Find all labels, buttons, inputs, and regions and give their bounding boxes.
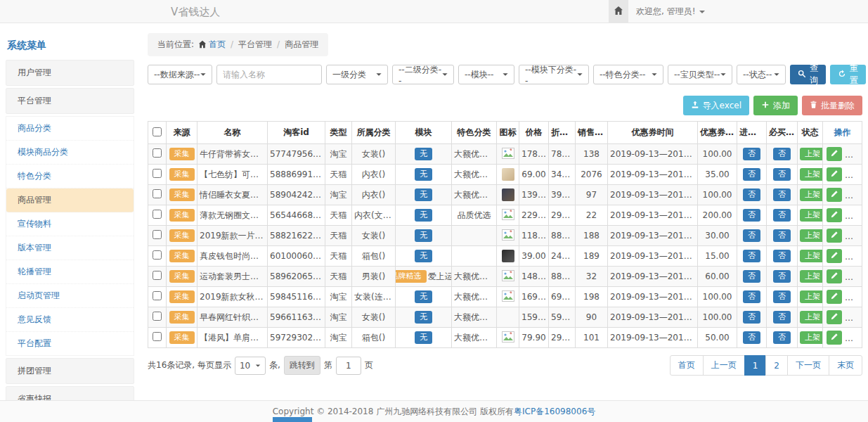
batch-delete-button[interactable]: 批量删除: [802, 96, 862, 115]
imported-toggle[interactable]: 否: [743, 250, 760, 262]
status-badge[interactable]: 上架: [800, 188, 823, 201]
edit-button[interactable]: [827, 249, 842, 263]
sidebar-subitem[interactable]: 平台配置: [6, 332, 134, 355]
breadcrumb-home-link[interactable]: 首页: [209, 39, 226, 49]
must-buy-toggle[interactable]: 否: [773, 209, 791, 222]
name-search-input[interactable]: [216, 65, 322, 84]
must-buy-toggle[interactable]: 否: [773, 229, 791, 242]
add-button[interactable]: 添加: [753, 96, 798, 115]
home-button[interactable]: [609, 0, 628, 23]
imported-toggle[interactable]: 否: [743, 229, 760, 242]
module-badge[interactable]: 无: [415, 168, 432, 181]
must-buy-toggle[interactable]: 否: [773, 311, 791, 324]
pager-button[interactable]: 2: [765, 355, 788, 376]
filter-select[interactable]: --数据来源--: [148, 65, 212, 84]
edit-button[interactable]: [827, 310, 842, 324]
must-buy-toggle[interactable]: 否: [773, 250, 791, 262]
sidebar-subitem[interactable]: 商品分类: [6, 117, 134, 141]
pager-button[interactable]: 下一页: [787, 355, 829, 376]
must-buy-toggle[interactable]: 否: [773, 290, 791, 303]
imported-toggle[interactable]: 否: [743, 290, 760, 303]
sidebar-subitem[interactable]: 意见反馈: [6, 308, 134, 332]
sidebar-subitem[interactable]: 商品管理: [6, 188, 134, 212]
row-checkbox[interactable]: [153, 250, 162, 260]
filter-select[interactable]: --模块--: [458, 65, 514, 84]
must-buy-toggle[interactable]: 否: [773, 270, 791, 283]
imported-toggle[interactable]: 否: [743, 209, 760, 222]
per-page-select[interactable]: 10: [235, 357, 266, 375]
must-buy-toggle[interactable]: 否: [773, 188, 791, 201]
query-button[interactable]: 查询: [790, 65, 826, 84]
row-checkbox[interactable]: [153, 271, 162, 280]
imported-toggle[interactable]: 否: [743, 168, 760, 181]
row-checkbox[interactable]: [153, 189, 162, 198]
module-badge[interactable]: 无: [415, 311, 432, 324]
edit-button[interactable]: [827, 188, 842, 202]
status-badge[interactable]: 上架: [800, 290, 823, 303]
status-badge[interactable]: 上架: [800, 148, 823, 160]
module-badge[interactable]: 无: [415, 148, 432, 160]
must-buy-toggle[interactable]: 否: [773, 168, 791, 181]
filter-select[interactable]: --模块下分类--: [519, 65, 589, 84]
select-all-checkbox[interactable]: [153, 127, 162, 136]
must-buy-toggle[interactable]: 否: [773, 148, 791, 160]
user-menu[interactable]: 欢迎您, 管理员!: [636, 0, 705, 23]
jump-button[interactable]: 跳转到: [284, 356, 320, 375]
reset-button[interactable]: 重置: [830, 65, 866, 84]
sidebar-subitem[interactable]: 模块商品分类: [6, 141, 134, 165]
row-checkbox[interactable]: [153, 332, 162, 341]
icp-link[interactable]: 粤ICP备16098006号: [514, 406, 595, 418]
row-checkbox[interactable]: [153, 230, 162, 239]
row-checkbox[interactable]: [153, 312, 162, 321]
sidebar-item[interactable]: 平台管理: [6, 88, 134, 114]
sidebar-item[interactable]: 拼团管理: [6, 358, 134, 384]
pager-button[interactable]: 首页: [670, 355, 704, 376]
imported-toggle[interactable]: 否: [743, 270, 760, 283]
pager-button[interactable]: 上一页: [703, 355, 745, 376]
row-checkbox[interactable]: [153, 210, 162, 219]
edit-button[interactable]: [827, 229, 842, 243]
edit-button[interactable]: [827, 290, 842, 304]
filter-select[interactable]: --特色分类--: [593, 65, 663, 84]
status-badge[interactable]: 上架: [800, 331, 823, 344]
edit-button[interactable]: [827, 147, 842, 161]
edit-button[interactable]: [827, 208, 842, 222]
module-badge[interactable]: 品牌精选: [396, 270, 427, 283]
sidebar-item[interactable]: 用户管理: [6, 60, 134, 86]
imported-toggle[interactable]: 否: [743, 311, 760, 324]
edit-button[interactable]: [827, 331, 842, 345]
pager-button[interactable]: 1: [744, 355, 767, 376]
edit-button[interactable]: [827, 167, 842, 181]
module-badge[interactable]: 无: [415, 290, 432, 303]
sidebar-subitem[interactable]: 版本管理: [6, 236, 134, 260]
module-badge[interactable]: 无: [415, 331, 432, 344]
module-badge[interactable]: 无: [415, 188, 432, 201]
sidebar-subitem[interactable]: 宣传物料: [6, 212, 134, 236]
import-excel-button[interactable]: 导入excel: [683, 96, 749, 115]
module-badge[interactable]: 无: [415, 229, 432, 242]
status-badge[interactable]: 上架: [800, 168, 823, 181]
jump-page-input[interactable]: [336, 357, 361, 375]
imported-toggle[interactable]: 否: [743, 331, 760, 344]
module-badge[interactable]: 无: [415, 250, 432, 262]
imported-toggle[interactable]: 否: [743, 188, 760, 201]
row-checkbox[interactable]: [153, 169, 162, 178]
row-checkbox[interactable]: [153, 291, 162, 300]
pager-button[interactable]: 末页: [829, 355, 862, 376]
filter-select[interactable]: --宝贝类型--: [668, 65, 732, 84]
filter-select[interactable]: --状态--: [737, 65, 786, 84]
must-buy-toggle[interactable]: 否: [773, 331, 791, 344]
module-badge[interactable]: 无: [415, 209, 432, 222]
imported-toggle[interactable]: 否: [743, 148, 760, 160]
status-badge[interactable]: 上架: [800, 229, 823, 242]
row-checkbox[interactable]: [153, 148, 162, 158]
sidebar-subitem[interactable]: 轮播管理: [6, 260, 134, 284]
filter-select[interactable]: 一级分类: [326, 65, 388, 84]
status-badge[interactable]: 上架: [800, 270, 823, 283]
sidebar-subitem[interactable]: 启动页管理: [6, 284, 134, 308]
status-badge[interactable]: 上架: [800, 311, 823, 324]
status-badge[interactable]: 上架: [800, 209, 823, 222]
edit-button[interactable]: [827, 269, 842, 283]
sidebar-subitem[interactable]: 特色分类: [6, 165, 134, 188]
filter-select[interactable]: --二级分类--: [392, 65, 454, 84]
